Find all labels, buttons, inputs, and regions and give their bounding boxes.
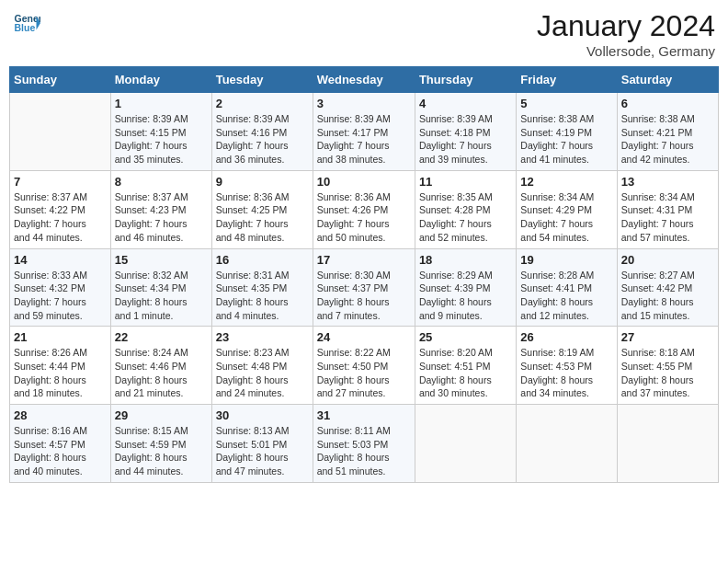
calendar-cell: 5Sunrise: 8:38 AMSunset: 4:19 PMDaylight…: [517, 93, 617, 171]
day-number: 2: [216, 97, 309, 110]
calendar-week-row: 21Sunrise: 8:26 AMSunset: 4:44 PMDayligh…: [10, 327, 719, 405]
calendar-cell: [10, 93, 111, 171]
calendar-cell: 23Sunrise: 8:23 AMSunset: 4:48 PMDayligh…: [211, 327, 313, 405]
day-info: Sunrise: 8:19 AMSunset: 4:53 PMDaylight:…: [520, 346, 612, 400]
day-info: Sunrise: 8:23 AMSunset: 4:48 PMDaylight:…: [216, 346, 309, 400]
calendar-header-row: SundayMondayTuesdayWednesdayThursdayFrid…: [10, 67, 719, 93]
day-info: Sunrise: 8:37 AMSunset: 4:22 PMDaylight:…: [14, 190, 107, 245]
day-info: Sunrise: 8:39 AMSunset: 4:15 PMDaylight:…: [115, 112, 208, 167]
calendar-cell: [415, 405, 516, 483]
calendar-cell: 1Sunrise: 8:39 AMSunset: 4:15 PMDaylight…: [110, 93, 211, 171]
day-info: Sunrise: 8:36 AMSunset: 4:26 PMDaylight:…: [317, 190, 411, 245]
calendar-cell: 18Sunrise: 8:29 AMSunset: 4:39 PMDayligh…: [415, 248, 516, 327]
day-info: Sunrise: 8:39 AMSunset: 4:17 PMDaylight:…: [317, 112, 411, 167]
day-info: Sunrise: 8:33 AMSunset: 4:32 PMDaylight:…: [14, 269, 107, 323]
day-info: Sunrise: 8:39 AMSunset: 4:18 PMDaylight:…: [419, 112, 512, 167]
day-info: Sunrise: 8:28 AMSunset: 4:41 PMDaylight:…: [520, 269, 612, 323]
day-info: Sunrise: 8:30 AMSunset: 4:37 PMDaylight:…: [317, 269, 411, 323]
calendar-cell: 17Sunrise: 8:30 AMSunset: 4:37 PMDayligh…: [313, 248, 415, 327]
day-info: Sunrise: 8:37 AMSunset: 4:23 PMDaylight:…: [115, 190, 208, 245]
calendar-table: SundayMondayTuesdayWednesdayThursdayFrid…: [9, 66, 719, 483]
calendar-cell: 15Sunrise: 8:32 AMSunset: 4:34 PMDayligh…: [110, 248, 211, 327]
logo-icon: General Blue: [13, 9, 40, 37]
day-info: Sunrise: 8:27 AMSunset: 4:42 PMDaylight:…: [621, 269, 714, 323]
day-number: 19: [520, 253, 612, 267]
day-number: 24: [317, 330, 411, 344]
calendar-cell: [517, 405, 617, 483]
day-number: 25: [419, 330, 512, 344]
calendar-cell: 28Sunrise: 8:16 AMSunset: 4:57 PMDayligh…: [10, 405, 111, 483]
calendar-cell: 25Sunrise: 8:20 AMSunset: 4:51 PMDayligh…: [415, 327, 516, 405]
day-info: Sunrise: 8:22 AMSunset: 4:50 PMDaylight:…: [317, 346, 411, 400]
calendar-cell: 30Sunrise: 8:13 AMSunset: 5:01 PMDayligh…: [211, 405, 313, 483]
calendar-cell: 12Sunrise: 8:34 AMSunset: 4:29 PMDayligh…: [517, 170, 617, 248]
calendar-cell: 9Sunrise: 8:36 AMSunset: 4:25 PMDaylight…: [211, 170, 313, 248]
calendar-cell: [617, 405, 718, 483]
day-number: 1: [115, 97, 208, 110]
day-number: 30: [216, 408, 309, 422]
day-number: 31: [317, 408, 411, 422]
day-info: Sunrise: 8:38 AMSunset: 4:21 PMDaylight:…: [621, 112, 714, 167]
calendar-cell: 29Sunrise: 8:15 AMSunset: 4:59 PMDayligh…: [110, 405, 211, 483]
calendar-cell: 16Sunrise: 8:31 AMSunset: 4:35 PMDayligh…: [211, 248, 313, 327]
day-number: 14: [14, 253, 107, 267]
day-number: 22: [115, 330, 208, 344]
calendar-cell: 10Sunrise: 8:36 AMSunset: 4:26 PMDayligh…: [313, 170, 415, 248]
location-title: Vollersode, Germany: [537, 43, 715, 59]
day-info: Sunrise: 8:26 AMSunset: 4:44 PMDaylight:…: [14, 346, 107, 400]
calendar-cell: 14Sunrise: 8:33 AMSunset: 4:32 PMDayligh…: [10, 248, 111, 327]
weekday-header-sunday: Sunday: [10, 67, 111, 93]
calendar-cell: 19Sunrise: 8:28 AMSunset: 4:41 PMDayligh…: [517, 248, 617, 327]
day-number: 3: [317, 97, 411, 110]
calendar-cell: 4Sunrise: 8:39 AMSunset: 4:18 PMDaylight…: [415, 93, 516, 171]
day-info: Sunrise: 8:34 AMSunset: 4:31 PMDaylight:…: [621, 190, 714, 245]
day-info: Sunrise: 8:20 AMSunset: 4:51 PMDaylight:…: [419, 346, 512, 400]
day-number: 11: [419, 175, 512, 189]
day-number: 4: [419, 97, 512, 110]
calendar-cell: 3Sunrise: 8:39 AMSunset: 4:17 PMDaylight…: [313, 93, 415, 171]
logo: General Blue: [13, 9, 40, 37]
weekday-header-wednesday: Wednesday: [313, 67, 415, 93]
calendar-cell: 21Sunrise: 8:26 AMSunset: 4:44 PMDayligh…: [10, 327, 111, 405]
weekday-header-saturday: Saturday: [617, 67, 718, 93]
day-number: 7: [14, 175, 107, 189]
day-number: 6: [621, 97, 714, 110]
day-number: 23: [216, 330, 309, 344]
day-info: Sunrise: 8:35 AMSunset: 4:28 PMDaylight:…: [419, 190, 512, 245]
day-number: 18: [419, 253, 512, 267]
calendar-cell: 2Sunrise: 8:39 AMSunset: 4:16 PMDaylight…: [211, 93, 313, 171]
day-number: 21: [14, 330, 107, 344]
day-info: Sunrise: 8:31 AMSunset: 4:35 PMDaylight:…: [216, 269, 309, 323]
calendar-week-row: 28Sunrise: 8:16 AMSunset: 4:57 PMDayligh…: [10, 405, 719, 483]
day-info: Sunrise: 8:11 AMSunset: 5:03 PMDaylight:…: [317, 424, 411, 478]
calendar-week-row: 14Sunrise: 8:33 AMSunset: 4:32 PMDayligh…: [10, 248, 719, 327]
day-number: 29: [115, 408, 208, 422]
weekday-header-monday: Monday: [110, 67, 211, 93]
weekday-header-thursday: Thursday: [415, 67, 516, 93]
title-block: January 2024 Vollersode, Germany: [537, 9, 715, 59]
day-number: 13: [621, 175, 714, 189]
day-info: Sunrise: 8:16 AMSunset: 4:57 PMDaylight:…: [14, 424, 107, 478]
day-info: Sunrise: 8:32 AMSunset: 4:34 PMDaylight:…: [115, 269, 208, 323]
calendar-week-row: 1Sunrise: 8:39 AMSunset: 4:15 PMDaylight…: [10, 93, 719, 171]
day-info: Sunrise: 8:15 AMSunset: 4:59 PMDaylight:…: [115, 424, 208, 478]
calendar-cell: 13Sunrise: 8:34 AMSunset: 4:31 PMDayligh…: [617, 170, 718, 248]
weekday-header-friday: Friday: [517, 67, 617, 93]
calendar-cell: 20Sunrise: 8:27 AMSunset: 4:42 PMDayligh…: [617, 248, 718, 327]
day-info: Sunrise: 8:36 AMSunset: 4:25 PMDaylight:…: [216, 190, 309, 245]
day-number: 9: [216, 175, 309, 189]
calendar-body: 1Sunrise: 8:39 AMSunset: 4:15 PMDaylight…: [10, 93, 719, 483]
calendar-cell: 8Sunrise: 8:37 AMSunset: 4:23 PMDaylight…: [110, 170, 211, 248]
day-number: 10: [317, 175, 411, 189]
day-number: 17: [317, 253, 411, 267]
day-info: Sunrise: 8:39 AMSunset: 4:16 PMDaylight:…: [216, 112, 309, 167]
day-number: 8: [115, 175, 208, 189]
day-info: Sunrise: 8:29 AMSunset: 4:39 PMDaylight:…: [419, 269, 512, 323]
calendar-cell: 22Sunrise: 8:24 AMSunset: 4:46 PMDayligh…: [110, 327, 211, 405]
day-info: Sunrise: 8:38 AMSunset: 4:19 PMDaylight:…: [520, 112, 612, 167]
day-number: 26: [520, 330, 612, 344]
day-info: Sunrise: 8:24 AMSunset: 4:46 PMDaylight:…: [115, 346, 208, 400]
svg-text:Blue: Blue: [15, 22, 36, 33]
day-info: Sunrise: 8:13 AMSunset: 5:01 PMDaylight:…: [216, 424, 309, 478]
day-number: 12: [520, 175, 612, 189]
